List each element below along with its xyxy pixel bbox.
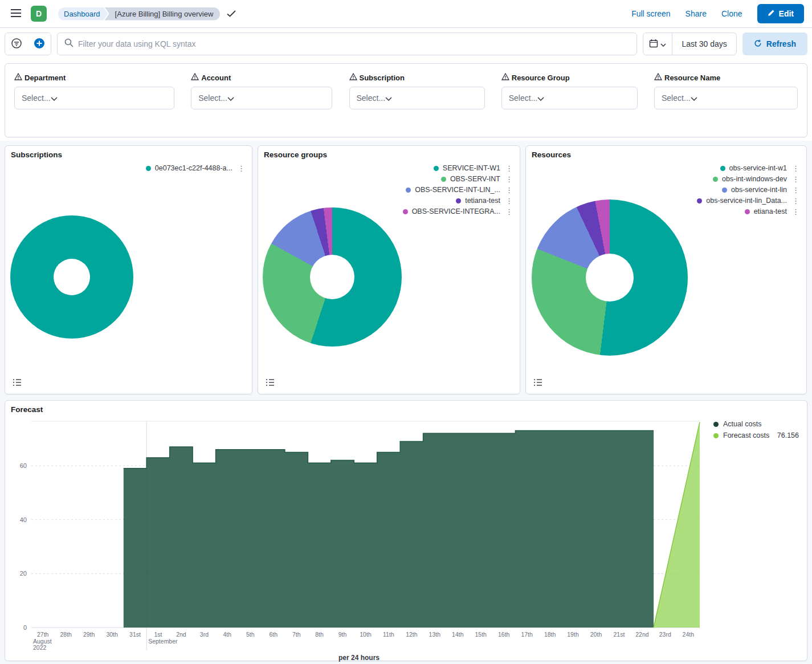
control-label: Resource Name (664, 74, 720, 82)
control-account: Account Select... (191, 73, 332, 109)
legend-options-icon[interactable]: ⋮ (504, 208, 514, 215)
refresh-button-label: Refresh (766, 39, 796, 48)
donut-chart[interactable] (263, 207, 402, 347)
saved-query-menu-button[interactable] (5, 33, 28, 55)
refresh-button[interactable]: Refresh (742, 32, 807, 55)
legend-label: obs-service-int-lin_Data... (706, 197, 787, 205)
select-value: Select... (509, 93, 538, 103)
svg-text:15th: 15th (475, 631, 487, 638)
svg-text:18th: 18th (544, 631, 556, 638)
svg-text:29th: 29th (83, 631, 95, 638)
legend-options-icon[interactable]: ⋮ (791, 208, 801, 215)
legend-label: 0e073ec1-c22f-4488-a... (155, 164, 232, 172)
svg-text:1st: 1st (154, 631, 162, 638)
legend-color-dot (745, 209, 750, 214)
svg-text:22nd: 22nd (635, 631, 649, 638)
legend-item[interactable]: tetiana-test⋮ (456, 197, 514, 205)
legend-color-dot (713, 433, 719, 438)
legend-options-icon[interactable]: ⋮ (504, 197, 514, 205)
legend-label: obs-service-int-lin (731, 186, 787, 194)
svg-text:2nd: 2nd (176, 631, 186, 638)
legend-item[interactable]: OBS-SERVICE-INTEGRA...⋮ (403, 207, 514, 215)
resource-group-select[interactable]: Select... (501, 87, 638, 109)
breadcrumb-dashboard-link[interactable]: Dashboard (58, 7, 108, 21)
svg-text:19th: 19th (567, 631, 579, 638)
panel-forecast: Forecast Actual costsForecast costs76.15… (5, 400, 807, 661)
legend-item[interactable]: OBS-SERV-INT⋮ (441, 175, 514, 183)
donut-chart[interactable] (532, 199, 688, 356)
donut-chart[interactable] (10, 215, 133, 339)
legend-label: OBS-SERVICE-INT-LIN_... (415, 186, 500, 194)
legend-item[interactable]: Forecast costs76.156 (713, 431, 799, 439)
legend-item[interactable]: SERVICE-INT-W1⋮ (434, 164, 514, 172)
legend-item[interactable]: Actual costs (713, 420, 799, 428)
legend-item[interactable]: obs-service-int-lin⋮ (722, 186, 801, 194)
legend-color-dot (697, 198, 702, 203)
legend-options-icon[interactable]: ⋮ (504, 186, 514, 194)
svg-text:11th: 11th (383, 631, 394, 638)
svg-text:20th: 20th (590, 631, 602, 638)
pie-legend: obs-service-int-w1⋮obs-int-windows-dev⋮o… (697, 164, 801, 215)
calendar-menu-button[interactable] (643, 33, 672, 55)
clone-button[interactable]: Clone (721, 9, 742, 18)
menu-hamburger-button[interactable] (8, 6, 24, 22)
kql-search-input[interactable] (78, 39, 630, 48)
legend-options-icon[interactable]: ⋮ (236, 165, 246, 172)
resource-name-select[interactable]: Select... (654, 87, 798, 109)
legend-item[interactable]: 0e073ec1-c22f-4488-a...⋮ (146, 164, 246, 172)
x-axis-title: per 24 hours (9, 654, 709, 662)
full-screen-button[interactable]: Full screen (631, 9, 670, 18)
legend-item[interactable]: etiana-test⋮ (745, 207, 801, 215)
select-value: Select... (22, 93, 51, 103)
legend-color-dot (406, 188, 411, 193)
share-button[interactable]: Share (685, 9, 707, 18)
hamburger-icon (10, 9, 22, 19)
panel-resource-groups: Resource groups SERVICE-INT-W1⋮OBS-SERV-… (258, 145, 520, 394)
legend-options-icon[interactable]: ⋮ (791, 197, 801, 205)
control-resource-group: Resource Group Select... (501, 73, 638, 109)
breadcrumb: Dashboard [Azure Billing] Billing overvi… (58, 7, 236, 21)
space-avatar[interactable]: D (31, 6, 47, 22)
legend-toggle-button[interactable] (264, 377, 276, 389)
control-resource-name: Resource Name Select... (654, 73, 798, 109)
legend-options-icon[interactable]: ⋮ (791, 186, 801, 194)
legend-color-dot (713, 422, 719, 427)
legend-options-icon[interactable]: ⋮ (791, 176, 801, 183)
legend-label: obs-service-int-w1 (729, 164, 787, 172)
query-section: Last 30 days Refresh Department Select..… (0, 28, 812, 141)
header-actions: Full screen Share Clone Edit (631, 4, 804, 23)
svg-text:17th: 17th (521, 631, 533, 638)
warning-triangle-icon (501, 73, 509, 82)
legend-item[interactable]: obs-service-int-lin_Data...⋮ (697, 197, 801, 205)
subscription-select[interactable]: Select... (349, 87, 485, 109)
warning-triangle-icon (654, 73, 662, 82)
legend-color-dot (720, 166, 725, 171)
legend-color-dot (713, 177, 718, 182)
legend-options-icon[interactable]: ⋮ (504, 176, 514, 183)
legend-toggle-button[interactable] (532, 377, 544, 389)
legend-options-icon[interactable]: ⋮ (504, 165, 514, 172)
legend-label: tetiana-test (465, 197, 500, 205)
legend-toggle-button[interactable] (11, 377, 23, 389)
forecast-chart[interactable]: 020406027th28th29th30th31st1st2nd3rd4th5… (9, 415, 709, 653)
edit-button[interactable]: Edit (757, 4, 804, 23)
legend-label: OBS-SERV-INT (450, 175, 500, 183)
legend-value: 76.156 (777, 431, 799, 439)
time-range-value[interactable]: Last 30 days (672, 39, 736, 48)
refresh-icon (754, 39, 762, 49)
account-select[interactable]: Select... (191, 87, 332, 109)
pie-legend: 0e073ec1-c22f-4488-a...⋮ (146, 164, 246, 172)
add-filter-button[interactable] (28, 33, 51, 55)
legend-options-icon[interactable]: ⋮ (791, 165, 801, 172)
legend-item[interactable]: obs-int-windows-dev⋮ (713, 175, 801, 183)
legend-item[interactable]: obs-service-int-w1⋮ (720, 164, 801, 172)
legend-color-dot (403, 209, 408, 214)
list-icon (266, 378, 275, 389)
legend-item[interactable]: OBS-SERVICE-INT-LIN_...⋮ (406, 186, 514, 194)
forecast-chart-canvas: 020406027th28th29th30th31st1st2nd3rd4th5… (9, 415, 709, 653)
saved-check-icon[interactable] (227, 10, 236, 17)
department-select[interactable]: Select... (14, 87, 174, 109)
svg-text:16th: 16th (498, 631, 510, 638)
svg-text:20: 20 (20, 570, 27, 577)
control-label: Account (201, 74, 231, 82)
